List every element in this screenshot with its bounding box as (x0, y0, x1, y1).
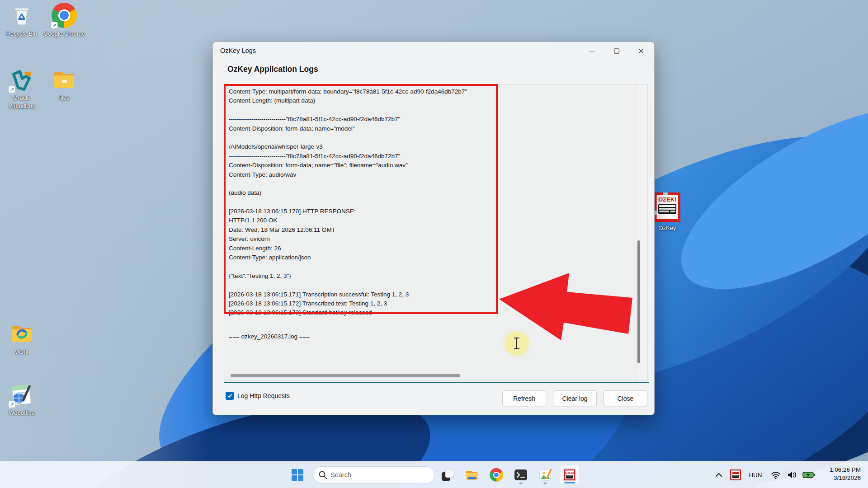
refresh-button[interactable]: Refresh (502, 390, 546, 406)
search-input[interactable] (313, 466, 435, 483)
taskbar: OZEKI HUN (0, 461, 868, 488)
folder-icon (52, 67, 77, 92)
chevron-up-icon (716, 473, 722, 477)
window-title: OzKey Logs (220, 47, 256, 54)
chrome-icon (490, 468, 503, 482)
battery-button[interactable] (801, 465, 816, 485)
terminal-icon (514, 468, 528, 482)
horizontal-scrollbar-thumb[interactable] (231, 374, 460, 377)
divider-line (224, 382, 649, 383)
tray-time: 1:06:26 PM (819, 466, 861, 474)
weboffice-icon: ↗ (9, 382, 34, 407)
file-explorer-icon (465, 468, 479, 482)
desktop-icon-files[interactable]: files (42, 67, 86, 102)
log-line (229, 134, 632, 143)
cursor-highlight (505, 332, 528, 355)
volume-button[interactable] (785, 465, 799, 485)
desktop-icon-recycle-bin[interactable]: Recycle Bin (0, 3, 43, 38)
log-line: Content-Length: 26 (229, 245, 632, 254)
log-line: Content-Type: multipart/form-data; bound… (229, 88, 632, 97)
desktop-icon-label: Google Chrome (43, 30, 85, 38)
log-line: HTTP/1.1 200 OK (229, 217, 632, 226)
file-explorer-button[interactable] (462, 465, 482, 485)
log-footer: === ozkey_20260317.log === (229, 333, 310, 340)
close-icon (638, 48, 644, 54)
minimize-button[interactable] (582, 42, 603, 60)
log-line (229, 107, 632, 116)
ozkey-taskbar-button[interactable]: OZEKI (560, 465, 580, 485)
log-line: Content-Length: (multipart data) (229, 97, 632, 106)
log-line: ----------------------------"f8c78a81-5f… (229, 116, 632, 125)
running-indicator (519, 483, 523, 484)
log-text-area[interactable]: Content-Type: multipart/form-data; bound… (224, 84, 648, 381)
desktop-icon-label: Weboffice (9, 409, 34, 417)
clock[interactable]: 1:06:26 PM 3/18/2026 (819, 466, 863, 482)
text-cursor-icon (513, 337, 520, 350)
minimize-icon (590, 48, 595, 54)
log-line (229, 180, 632, 189)
log-line (229, 263, 632, 272)
log-line: Date: Wed, 18 Mar 2026 12:06:11 GMT (229, 226, 632, 235)
desktop-icon-oracle-virtualbox[interactable]: ↗ Oracle VirtualBox (0, 67, 43, 110)
checkbox-label[interactable]: Log Http Requests (237, 392, 290, 399)
chrome-icon: ↗ (52, 3, 77, 28)
chrome-button[interactable] (486, 465, 506, 485)
desktop-icon-google-chrome[interactable]: ↗ Google Chrome (42, 3, 86, 38)
log-line (229, 199, 632, 208)
ozkey-logs-window: OzKey Logs OzKey Application Logs Conten… (212, 42, 655, 415)
log-line: {"text":"Testing 1, 2, 3"} (229, 272, 632, 282)
wifi-icon (771, 471, 781, 479)
ozkey-icon: OZEKI (654, 192, 680, 222)
tray-chevron-button[interactable] (712, 465, 725, 485)
image-app-icon (538, 468, 552, 482)
work-folder-icon (9, 321, 34, 346)
search-icon (318, 470, 327, 479)
page-title: OzKey Application Logs (227, 65, 318, 74)
desktop-icon-label: files (59, 94, 69, 102)
desktop-icon-label: Oracle VirtualBox (1, 94, 42, 110)
desktop-icon-weboffice[interactable]: ↗ Weboffice (0, 382, 43, 417)
language-indicator[interactable]: HUN (746, 465, 765, 485)
terminal-button[interactable] (511, 465, 531, 485)
shortcut-arrow-icon: ↗ (8, 401, 15, 408)
log-line: [2026-03-18 13:06:15.173] Standard hotke… (229, 309, 632, 318)
task-view-button[interactable] (438, 465, 458, 485)
log-line: Content-Type: application/json (229, 254, 632, 263)
desktop-icon-work[interactable]: Work (0, 321, 43, 356)
volume-icon (787, 471, 797, 479)
tray-date: 3/18/2026 (819, 474, 861, 482)
log-line: Server: uvicorn (229, 235, 632, 244)
checkmark-icon (226, 393, 233, 399)
taskbar-search[interactable] (313, 466, 435, 483)
vertical-scrollbar-thumb[interactable] (637, 240, 640, 363)
windows-logo-icon (292, 469, 303, 481)
wifi-button[interactable] (769, 465, 783, 485)
close-window-button[interactable] (631, 42, 651, 60)
shortcut-arrow-icon: ↗ (8, 86, 15, 93)
start-button[interactable] (288, 465, 307, 485)
task-view-icon (441, 468, 454, 482)
ozeki-brand-text: OZEKI (658, 196, 676, 203)
log-text: Content-Type: multipart/form-data; bound… (229, 88, 632, 319)
log-line: [2026-03-18 13:06:15.172] Transcribed te… (229, 300, 632, 309)
desktop-icon-label: OzKey (658, 224, 676, 232)
ozkey-tray-button[interactable] (729, 465, 742, 485)
log-http-requests-checkbox[interactable] (226, 392, 234, 400)
close-button[interactable]: Close (604, 390, 647, 406)
maximize-button[interactable] (606, 42, 627, 60)
desktop-icon-label: Work (15, 348, 28, 356)
log-line: Content-Disposition: form-data; name="mo… (229, 125, 632, 134)
desktop: Recycle Bin ↗ Google Chrome ↗ Oracle Vir… (0, 0, 868, 488)
virtualbox-icon: ↗ (9, 67, 34, 92)
log-line: [2026-03-18 13:06:15.171] Transcription … (229, 291, 632, 300)
clear-log-button[interactable]: Clear log (553, 390, 597, 406)
ozkey-icon: OZEKI (563, 468, 576, 482)
running-indicator (544, 483, 547, 484)
ozeki-brand-text: OZEKI (565, 471, 574, 474)
image-app-button[interactable] (535, 465, 555, 485)
log-line: Content-Type: audio/wav (229, 171, 632, 180)
battery-charging-icon (802, 470, 815, 479)
desktop-icon-label: Recycle Bin (6, 30, 38, 38)
desktop-icon-ozkey[interactable]: OZEKI OzKey (651, 192, 683, 232)
log-line: ----------------------------"f8c78a81-5f… (229, 153, 632, 162)
